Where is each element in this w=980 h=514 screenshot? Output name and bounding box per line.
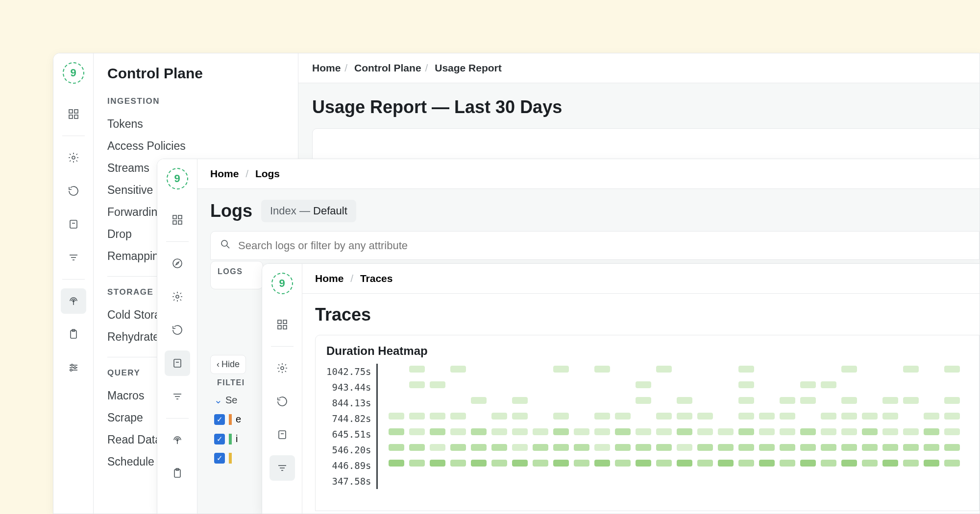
heatmap-cell — [430, 444, 445, 451]
heatmap-cell — [738, 444, 754, 451]
logo-icon: 9 — [271, 273, 293, 294]
svg-rect-23 — [178, 221, 182, 224]
gear-icon[interactable] — [270, 355, 295, 381]
heatmap-cell — [697, 444, 713, 451]
svg-rect-27 — [174, 359, 181, 367]
heatmap-title: Duration Heatmap — [326, 344, 979, 358]
heatmap-cell — [533, 460, 548, 467]
refresh-icon[interactable] — [165, 317, 190, 343]
heatmap-cell — [841, 444, 857, 451]
heatmap-cell — [821, 460, 836, 467]
heatmap-cell — [759, 460, 775, 467]
crumb-home[interactable]: Home — [315, 273, 343, 284]
compass-icon[interactable] — [165, 251, 190, 276]
heatmap-cell — [512, 428, 528, 435]
document-icon[interactable] — [165, 350, 190, 376]
heatmap-cell — [574, 460, 589, 467]
crumb-usage-report[interactable]: Usage Report — [435, 62, 502, 73]
svg-rect-43 — [279, 431, 286, 439]
document-icon[interactable] — [61, 211, 86, 237]
search-bar[interactable] — [210, 231, 980, 260]
clipboard-icon[interactable] — [61, 322, 86, 347]
heatmap-cell — [738, 413, 754, 420]
crumb-control-plane[interactable]: Control Plane — [354, 62, 421, 73]
heatmap-cell — [780, 428, 795, 435]
crumb-traces[interactable]: Traces — [360, 273, 393, 284]
dashboard-icon[interactable] — [165, 207, 190, 233]
svg-point-18 — [74, 367, 76, 369]
heatmap-cell — [450, 444, 466, 451]
dashboard-icon[interactable] — [61, 101, 86, 127]
broadcast-icon[interactable] — [165, 427, 190, 453]
index-pill-prefix: Index — — [270, 205, 313, 217]
heatmap-cell — [450, 366, 466, 373]
heatmap-cell — [409, 413, 425, 420]
heatmap-cell — [944, 366, 960, 373]
crumb-home[interactable]: Home — [210, 168, 239, 179]
heatmap-cell — [553, 428, 569, 435]
heatmap-cell — [800, 397, 816, 404]
heatmap-cell — [656, 428, 672, 435]
svg-point-26 — [176, 295, 179, 298]
heatmap-cell — [512, 460, 528, 467]
refresh-icon[interactable] — [270, 389, 295, 414]
breadcrumb: Home/ Control Plane/ Usage Report — [298, 53, 980, 83]
heatmap-cell — [903, 460, 919, 467]
filter-expand-label: Se — [225, 395, 237, 406]
search-input[interactable] — [238, 239, 970, 252]
heatmap-cell — [512, 413, 528, 420]
refresh-icon[interactable] — [61, 178, 86, 204]
y-tick: 744.82s — [332, 411, 371, 426]
sliders-icon[interactable] — [61, 355, 86, 380]
heatmap-cell — [944, 460, 960, 467]
heatmap-cell — [903, 444, 919, 451]
filter-icon[interactable] — [165, 384, 190, 409]
heatmap-card: Duration Heatmap 1042.75s943.44s844.13s7… — [315, 335, 980, 511]
crumb-logs[interactable]: Logs — [255, 168, 280, 179]
y-tick: 446.89s — [332, 458, 371, 473]
heatmap-cell — [862, 444, 878, 451]
heatmap-cell — [738, 381, 754, 388]
sidebar-item[interactable]: Tokens — [107, 113, 284, 135]
heatmap-cell — [615, 460, 631, 467]
filter-row-2[interactable]: ✓i — [214, 433, 238, 444]
dashboard-icon[interactable] — [270, 312, 295, 337]
y-tick: 645.51s — [332, 426, 371, 442]
heatmap-cell — [389, 444, 404, 451]
document-icon[interactable] — [270, 422, 295, 447]
heatmap-cell — [389, 413, 404, 420]
filter-row-1[interactable]: ✓e — [214, 414, 241, 425]
clipboard-icon[interactable] — [165, 461, 190, 486]
broadcast-icon[interactable] — [61, 288, 86, 314]
svg-point-4 — [72, 156, 75, 159]
heatmap-cell — [450, 428, 466, 435]
crumb-home[interactable]: Home — [312, 62, 341, 73]
filter-icon[interactable] — [270, 455, 295, 481]
gear-icon[interactable] — [61, 145, 86, 170]
heatmap-cell — [389, 460, 404, 467]
sidebar-item[interactable]: Access Policies — [107, 135, 284, 157]
icon-rail: 9 — [53, 53, 94, 514]
heatmap-cell — [450, 460, 466, 467]
y-tick: 1042.75s — [326, 364, 371, 379]
hide-button[interactable]: ‹ Hide — [210, 355, 246, 374]
index-pill[interactable]: Index — Default — [261, 200, 356, 222]
heatmap-cell — [636, 397, 651, 404]
heatmap-cell — [636, 428, 651, 435]
checkbox-icon[interactable]: ✓ — [214, 414, 225, 425]
heatmap-cell — [636, 444, 651, 451]
heatmap-cell — [574, 444, 589, 451]
filter-icon[interactable] — [61, 245, 86, 270]
heatmap-cell — [862, 460, 878, 467]
filter-expand[interactable]: ⌄ Se — [214, 394, 237, 406]
checkbox-icon[interactable]: ✓ — [214, 453, 225, 464]
heatmap-cell — [430, 460, 445, 467]
filter-row-3[interactable]: ✓ — [214, 453, 236, 464]
checkbox-icon[interactable]: ✓ — [214, 434, 225, 444]
heatmap-cell — [780, 397, 795, 404]
gear-icon[interactable] — [165, 284, 190, 309]
heatmap-cell — [718, 460, 734, 467]
sidebar-title: Control Plane — [107, 65, 284, 82]
heatmap-cell — [430, 428, 445, 435]
heatmap-cell — [821, 428, 836, 435]
